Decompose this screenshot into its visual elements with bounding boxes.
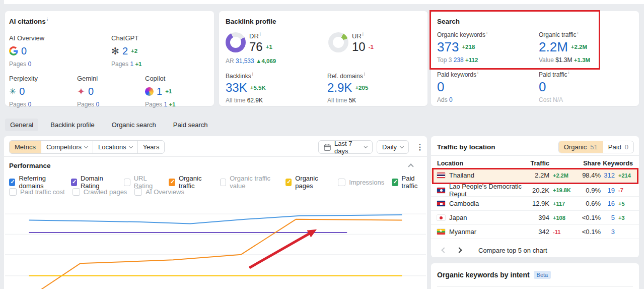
tab-paid-search[interactable]: Paid search — [168, 119, 213, 131]
divider — [431, 155, 639, 156]
traffic-delta: +117 — [549, 201, 576, 207]
traffic-by-location-panel: Traffic by location Organic51 Paid0 Loca… — [431, 136, 639, 257]
chevron-down-icon — [364, 144, 368, 148]
checkbox-referring-domains[interactable]: Referring domains — [9, 175, 63, 190]
search-title: Search — [437, 18, 460, 25]
checkbox-organic-traffic[interactable]: Organic traffic — [169, 175, 212, 190]
pager-next-icon[interactable] — [456, 247, 462, 253]
more-options-icon[interactable]: ⋮ — [413, 141, 427, 153]
search-card: Search Organic keywordsi 373+218 Top 3 2… — [431, 11, 639, 106]
checkbox-url-rating[interactable]: URL Rating — [124, 175, 161, 190]
info-icon[interactable]: i — [363, 32, 364, 37]
info-icon[interactable]: i — [47, 17, 48, 22]
column-share[interactable]: Share — [576, 160, 601, 167]
toggle-paid[interactable]: Paid0 — [603, 141, 633, 153]
info-icon[interactable]: i — [252, 72, 253, 77]
gemini-pages[interactable]: 0 — [96, 101, 99, 108]
ai-overview-value[interactable]: 0 — [21, 46, 27, 56]
backlinks-value[interactable]: 33K — [226, 82, 247, 94]
ai-overview-pages[interactable]: 0 — [28, 61, 31, 68]
info-icon[interactable]: i — [364, 72, 365, 77]
chatgpt-icon: ✻ — [111, 46, 119, 56]
checkbox-domain-rating[interactable]: Domain Rating — [71, 175, 117, 190]
table-row-laos[interactable]: Lao People's Democratic Reput 20.2K +19.… — [431, 183, 639, 197]
info-icon[interactable]: i — [260, 32, 261, 37]
paid-traffic-value[interactable]: 0 — [539, 80, 546, 93]
granularity-dropdown[interactable]: Daily — [377, 140, 409, 154]
backlink-profile-title: Backlink profile — [226, 18, 276, 25]
checkbox-organic-traffic-value[interactable]: Organic traffic value — [220, 175, 278, 190]
chart-controls: Last 7 days Daily ⋮ — [318, 140, 427, 154]
toggle-organic[interactable]: Organic51 — [559, 141, 603, 153]
info-icon[interactable]: i — [477, 70, 478, 75]
keywords-delta: +214 — [615, 172, 633, 179]
top3-value[interactable]: 238 — [454, 56, 464, 64]
organic-keywords-value[interactable]: 373 — [437, 40, 459, 53]
organic-keywords-value-row: 373+218 — [437, 40, 475, 53]
collapse-chevron-up-icon[interactable] — [408, 163, 413, 169]
date-range-dropdown[interactable]: Last 7 days — [318, 140, 373, 154]
keywords-value[interactable]: 19 — [601, 187, 615, 194]
organic-traffic-value-row: 2.2M+2.2M — [539, 40, 587, 53]
metrics-button[interactable]: Metrics — [10, 141, 41, 153]
tab-organic-search[interactable]: Organic search — [107, 119, 161, 131]
performance-line-chart[interactable] — [4, 201, 427, 289]
checkbox-icon — [220, 179, 227, 186]
backlinks-label: Backlinksi — [226, 73, 253, 80]
ur-value[interactable]: 10 — [352, 41, 366, 53]
tab-general[interactable]: General — [5, 119, 38, 131]
divider — [437, 286, 633, 287]
column-location[interactable]: Location — [437, 160, 526, 167]
japan-flag-icon — [437, 215, 445, 220]
ur-value-row: 10-1 — [352, 41, 374, 53]
tab-backlink-profile[interactable]: Backlink profile — [45, 119, 99, 131]
copilot-icon — [145, 87, 154, 96]
column-traffic[interactable]: Traffic — [526, 160, 549, 167]
performance-panel: Metrics Competitors Locations Years Last… — [4, 136, 427, 289]
checkbox-organic-pages[interactable]: Organic pages — [285, 175, 330, 190]
ar-value[interactable]: 31,533 — [236, 57, 254, 65]
keywords-value[interactable]: 5 — [601, 214, 615, 221]
gemini-value[interactable]: 0 — [88, 86, 94, 96]
metric-checkbox-row-2: Paid traffic cost Crawled pages AI Overv… — [9, 188, 184, 196]
info-icon[interactable]: i — [486, 30, 487, 35]
keywords-value[interactable]: 3 — [601, 228, 615, 236]
perplexity-value[interactable]: 0 — [19, 86, 25, 96]
share-value: <0.1% — [576, 214, 601, 221]
info-icon[interactable]: i — [577, 30, 578, 35]
keywords-delta: +3 — [615, 215, 633, 221]
table-row-myanmar[interactable]: Myanmar 342 -11 <0.1% 3 — [431, 225, 639, 239]
pages-label: Pages — [111, 61, 128, 68]
keywords-value[interactable]: 16 — [601, 200, 615, 207]
locations-dropdown[interactable]: Locations — [93, 141, 137, 153]
annotation-arrow — [249, 232, 313, 268]
years-button[interactable]: Years — [137, 141, 165, 153]
checkbox-paid-traffic[interactable]: Paid traffic — [392, 175, 427, 190]
ads-value[interactable]: 0 — [449, 96, 453, 103]
compare-top5-link[interactable]: Compare top 5 on chart — [478, 247, 547, 254]
pager-prev-icon[interactable] — [441, 247, 447, 253]
ref-domains-value[interactable]: 2.9K — [327, 82, 352, 94]
checkbox-paid-traffic-cost[interactable]: Paid traffic cost — [9, 188, 65, 196]
table-row-cambodia[interactable]: Cambodia 12.9K +117 0.6% 16 +5 — [431, 197, 639, 211]
keywords-value[interactable]: 312 — [601, 171, 615, 179]
paid-keywords-value[interactable]: 0 — [437, 80, 444, 93]
copilot-pages[interactable]: 1 — [164, 101, 167, 108]
info-icon[interactable]: i — [568, 70, 569, 75]
competitors-dropdown[interactable]: Competitors — [41, 141, 93, 153]
ar-line: AR 31,533 ▲4,069 — [226, 57, 276, 65]
copilot-value[interactable]: 1 — [157, 86, 162, 96]
checkbox-ai-overviews[interactable]: AI Overviews — [134, 188, 184, 196]
chatgpt-value[interactable]: 2 — [122, 46, 128, 56]
checkbox-impressions[interactable]: Impressions — [338, 179, 384, 186]
checkbox-crawled-pages[interactable]: Crawled pages — [73, 188, 127, 196]
organic-traffic-value[interactable]: 2.2M — [539, 40, 568, 53]
cambodia-flag-icon — [437, 201, 445, 206]
chatgpt-pages[interactable]: 1 — [130, 61, 133, 68]
column-keywords[interactable]: Keywords — [601, 160, 633, 167]
organic-count: 51 — [590, 143, 597, 151]
perplexity-pages[interactable]: 0 — [28, 101, 31, 108]
table-row-thailand[interactable]: Thailand 2.2M +2.2M 98.4% 312 +214 — [431, 168, 639, 183]
dr-value[interactable]: 76 — [249, 41, 263, 53]
table-row-japan[interactable]: Japan 394 +108 <0.1% 5 +3 — [431, 211, 639, 225]
